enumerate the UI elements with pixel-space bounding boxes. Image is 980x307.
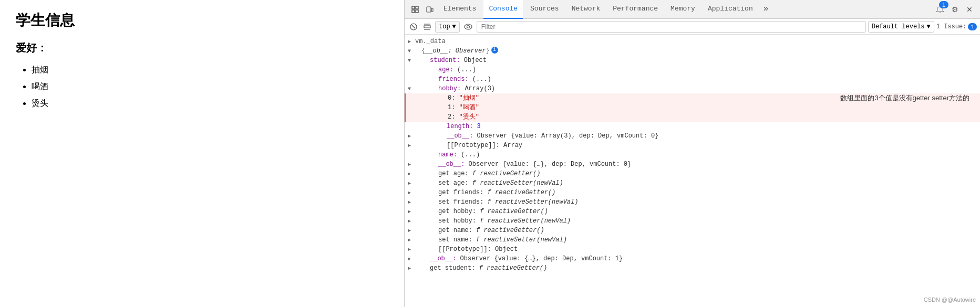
expand-arrow[interactable] xyxy=(408,85,411,93)
expand-arrow[interactable] xyxy=(408,255,411,263)
expand-arrow[interactable] xyxy=(408,47,411,56)
svg-rect-3 xyxy=(416,10,418,13)
console-line-ob-outer: __ob__: Observer {value: {…}, dep: Dep, … xyxy=(405,254,980,263)
hobby-item-2: 喝酒 xyxy=(32,78,388,95)
svg-rect-2 xyxy=(412,10,415,13)
more-tabs-btn[interactable]: » xyxy=(760,0,772,19)
console-line-student: student: Object xyxy=(405,56,980,65)
expand-arrow[interactable] xyxy=(408,38,411,46)
devtools-tabbar: Elements Console Sources Network Perform… xyxy=(405,0,980,19)
svg-rect-1 xyxy=(416,6,418,9)
console-line-set-age: set age: f reactiveSetter(newVal) xyxy=(405,178,980,188)
console-line-proto-array: [[Prototype]]: Array xyxy=(405,141,980,150)
notification-badge: 1 xyxy=(939,1,948,8)
expand-arrow[interactable] xyxy=(408,227,411,235)
issue-badge: 1 Issue: 1 xyxy=(936,23,977,30)
console-line-vm-data: vm._data xyxy=(405,37,980,46)
page-title: 学生信息 xyxy=(16,10,388,30)
svg-rect-0 xyxy=(412,6,415,9)
expand-arrow[interactable] xyxy=(408,217,411,226)
eye-btn[interactable] xyxy=(462,21,474,33)
expand-arrow[interactable] xyxy=(408,179,411,188)
console-line-ob-array: __ob__: Observer {value: Array(3), dep: … xyxy=(405,131,980,141)
console-line-hobby-0: 0: "抽烟" 数组里面的3个值是没有getter setter方法的 xyxy=(405,93,980,103)
responsive-icon[interactable] xyxy=(424,3,436,16)
expand-arrow[interactable] xyxy=(408,198,411,207)
tab-elements[interactable]: Elements xyxy=(438,0,481,19)
console-line-hobby-1: 1: "喝酒" xyxy=(405,103,980,112)
expand-arrow[interactable] xyxy=(408,189,411,197)
expand-arrow[interactable] xyxy=(408,236,411,245)
filter-input[interactable] xyxy=(477,21,866,33)
console-line-hobby: hobby: Array(3) xyxy=(405,84,980,93)
hobby-item-1: 抽烟 xyxy=(32,61,388,78)
console-line-set-hobby: set hobby: f reactiveSetter(newVal) xyxy=(405,216,980,226)
console-line-get-student: get student: f reactiveGetter() xyxy=(405,263,980,273)
console-line-friends: friends: (...) xyxy=(405,75,980,84)
inspect-icon[interactable] xyxy=(409,3,421,16)
console-line-set-friends: set friends: f reactiveSetter(newVal) xyxy=(405,197,980,207)
tab-performance[interactable]: Performance xyxy=(607,0,663,19)
hobby-item-3: 烫头 xyxy=(32,95,388,112)
expand-arrow[interactable] xyxy=(408,208,411,216)
console-line-length: length: 3 xyxy=(405,122,980,131)
notification-btn[interactable]: 1 xyxy=(934,3,946,16)
svg-rect-5 xyxy=(431,8,433,12)
close-devtools-btn[interactable]: ✕ xyxy=(963,3,976,16)
devtools-panel: Elements Console Sources Network Perform… xyxy=(405,0,980,307)
tab-memory[interactable]: Memory xyxy=(665,0,700,19)
expand-arrow[interactable] xyxy=(408,132,411,141)
expand-arrow[interactable] xyxy=(408,161,411,169)
svg-point-13 xyxy=(467,25,469,28)
clear-console-btn[interactable] xyxy=(408,21,419,33)
console-line-get-age: get age: f reactiveGetter() xyxy=(405,169,980,178)
console-line-age: age: (...) xyxy=(405,65,980,75)
console-line-hobby-2: 2: "烫头" xyxy=(405,112,980,122)
expand-arrow[interactable] xyxy=(408,142,411,150)
svg-rect-4 xyxy=(427,7,431,12)
console-line-proto-object: [[Prototype]]: Object xyxy=(405,245,980,254)
hobby-list: 抽烟 喝酒 烫头 xyxy=(16,61,388,112)
default-levels-selector[interactable]: Default levels ▼ xyxy=(868,21,934,33)
svg-line-8 xyxy=(412,25,415,28)
expand-arrow[interactable] xyxy=(408,57,411,65)
info-icon[interactable]: i xyxy=(491,47,498,54)
console-line-get-name: get name: f reactiveGetter() xyxy=(405,226,980,235)
console-line-ob-obj: __ob__: Observer {value: {…}, dep: Dep, … xyxy=(405,160,980,169)
tab-network[interactable]: Network xyxy=(566,0,606,19)
console-line-get-hobby: get hobby: f reactiveGetter() xyxy=(405,207,980,216)
expand-console-btn[interactable] xyxy=(421,21,433,33)
left-panel: 学生信息 爱好： 抽烟 喝酒 烫头 xyxy=(0,0,405,307)
console-line-ob-observer: {__ob__: Observer} i xyxy=(405,46,980,56)
watermark: CSDN @@Autowire xyxy=(924,297,976,303)
console-line-set-name: set name: f reactiveSetter(newVal) xyxy=(405,235,980,245)
expand-arrow[interactable] xyxy=(408,170,411,178)
issue-count: 1 xyxy=(968,23,977,30)
settings-btn[interactable]: ⚙ xyxy=(948,3,961,16)
console-line-get-friends: get friends: f reactiveGetter() xyxy=(405,188,980,197)
console-output[interactable]: vm._data {__ob__: Observer} i student: O… xyxy=(405,35,980,307)
annotation: 数组里面的3个值是没有getter setter方法的 xyxy=(840,94,969,102)
devtools-toolbar2: top ▼ Default levels ▼ 1 Issue: 1 xyxy=(405,19,980,35)
console-line-name: name: (...) xyxy=(405,150,980,160)
tab-console[interactable]: Console xyxy=(483,0,523,19)
context-selector[interactable]: top ▼ xyxy=(435,21,460,33)
tab-application[interactable]: Application xyxy=(703,0,758,19)
expand-arrow[interactable] xyxy=(408,264,411,273)
svg-point-12 xyxy=(465,24,472,29)
tab-sources[interactable]: Sources xyxy=(525,0,564,19)
svg-rect-9 xyxy=(424,26,430,28)
expand-arrow[interactable] xyxy=(408,246,411,254)
hobby-label: 爱好： xyxy=(16,41,388,55)
